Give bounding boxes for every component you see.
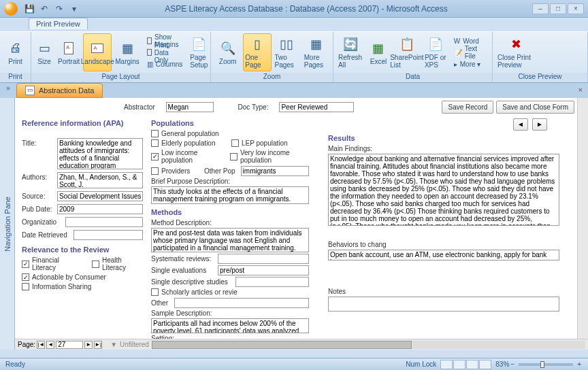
more-export-button[interactable]: ▸More ▾ [451,58,488,69]
two-pages-button[interactable]: ▯▯Two Pages [273,33,301,71]
maximize-button[interactable]: □ [550,3,566,14]
zoom-slider[interactable] [519,363,573,366]
lep-check[interactable] [231,139,239,147]
method-desc-field[interactable] [151,228,309,252]
view-button-1[interactable] [440,360,453,369]
providers-check[interactable] [151,167,159,175]
text-file-button[interactable]: 📝Text File [451,47,488,58]
excel-button[interactable]: ▦Excel [365,33,391,71]
single-desc-field[interactable] [235,277,309,287]
reference-section-header: Reference information (APA) [22,119,144,127]
navigation-pane-collapsed[interactable]: Navigation Pane [0,98,15,350]
portrait-button[interactable]: APortrait [56,33,82,71]
title-field[interactable] [57,138,143,169]
pdf-xps-button[interactable]: 📄PDF or XPS [423,33,448,71]
elderly-check[interactable] [151,139,159,147]
health-lit-check[interactable] [92,260,99,268]
size-button[interactable]: ▭Size [34,33,54,71]
save-record-button[interactable]: Save Record [442,101,493,114]
low-income-check[interactable] [151,153,159,161]
main-findings-label: Main Findings: [328,145,581,152]
close-tab-button[interactable]: × [578,86,583,94]
relevance-section-header: Relevance to the Review [22,246,144,254]
tab-print-preview[interactable]: Print Preview [29,18,88,29]
save-icon[interactable]: 💾 [23,3,35,15]
group-layout-label: Page Layout [31,73,210,82]
page-setup-button[interactable]: 📄Page Setup [188,33,210,71]
abstractor-field[interactable] [166,102,214,112]
one-page-button[interactable]: ▯One Page [243,33,271,71]
sharepoint-button[interactable]: 📋SharePoint List [393,33,421,71]
notes-field[interactable] [328,297,559,312]
document-tab[interactable]: ▭ Abstraction Data [16,83,103,98]
first-page-button[interactable]: |◄ [37,341,45,349]
next-record-button[interactable]: ► [532,118,547,131]
close-preview-button[interactable]: ✖Close Print Preview [495,33,536,71]
very-low-check[interactable] [230,153,238,161]
main-findings-field[interactable] [328,154,559,226]
office-orb[interactable] [4,2,18,16]
prev-page-button[interactable]: ◄ [46,341,54,349]
record-navigator: Page: |◄ ◄ ► ►| ▼Unfiltered [15,339,588,350]
fin-lit-check[interactable] [22,260,29,268]
other-field[interactable] [174,298,309,308]
more-pages-icon: ▦ [308,36,324,52]
next-page-button[interactable]: ► [84,341,93,349]
redo-icon[interactable]: ↷ [53,3,65,15]
info-sharing-check[interactable] [22,283,29,290]
horizontal-scrollbar[interactable] [152,341,585,349]
view-button-3[interactable] [466,360,478,369]
scholarly-check[interactable] [151,288,159,296]
columns-button[interactable]: ▥Columns [144,58,185,69]
zoom-thumb[interactable] [540,361,544,368]
margins-button[interactable]: ▦Margins [113,33,142,71]
last-page-button[interactable]: ►| [94,341,102,349]
view-button-2[interactable] [453,360,466,369]
group-zoom-label: Zoom [211,73,333,82]
doctype-label: Doc Type: [238,103,269,111]
text-file-icon: 📝 [454,49,462,56]
gen-pop-check[interactable] [151,130,159,137]
document-tab-row: » ▭ Abstraction Data × [0,83,588,98]
landscape-button[interactable]: ALandscape [83,33,112,71]
print-button[interactable]: 🖨Print [3,33,28,71]
undo-icon[interactable]: ↶ [38,3,50,15]
one-page-icon: ▯ [249,36,265,52]
close-button[interactable]: × [568,3,584,14]
brief-purpose-field[interactable] [151,186,309,204]
print-data-only-check[interactable]: Print Data Only [144,47,185,58]
prev-record-button[interactable]: ◄ [513,118,528,131]
authors-field[interactable] [57,172,143,188]
page-size-icon: ▭ [36,40,52,56]
page-number-field[interactable] [56,341,83,349]
zoom-in-button[interactable]: + [577,360,581,368]
sys-reviews-field[interactable] [218,254,309,264]
source-field[interactable] [57,191,143,201]
view-button-4[interactable] [479,360,491,369]
vertical-scrollbar[interactable] [577,98,588,339]
single-eval-field[interactable] [218,265,309,275]
doctype-field[interactable] [279,102,354,112]
excel-icon: ▦ [370,40,387,56]
hscroll-thumb[interactable] [152,341,412,349]
refresh-all-button[interactable]: 🔄Refresh All [336,33,364,71]
filter-indicator[interactable]: ▼Unfiltered [110,341,149,348]
behaviors-field[interactable] [328,250,559,260]
zoom-out-button[interactable]: − [510,360,514,368]
dateret-field[interactable] [74,230,143,240]
pubdate-field[interactable] [57,204,143,214]
sharepoint-icon: 📋 [399,36,415,52]
zoom-button[interactable]: 🔍Zoom [214,33,242,71]
actionable-check[interactable] [22,273,29,281]
save-close-button[interactable]: Save and Close Form [496,101,574,114]
sys-reviews-label: Systematic reviews: [151,255,215,263]
other-pop-field[interactable] [241,166,309,176]
ribbon-tab-row: Print Preview [0,18,588,31]
minimize-button[interactable]: – [532,3,549,14]
sample-field[interactable] [151,318,309,333]
dateret-label: Date Retrieved [22,230,71,239]
qat-dropdown-icon[interactable]: ▾ [68,3,80,15]
org-field[interactable] [65,217,143,227]
more-pages-button[interactable]: ▦More Pages [302,33,330,71]
shutter-bar-toggle[interactable]: » [3,84,14,95]
